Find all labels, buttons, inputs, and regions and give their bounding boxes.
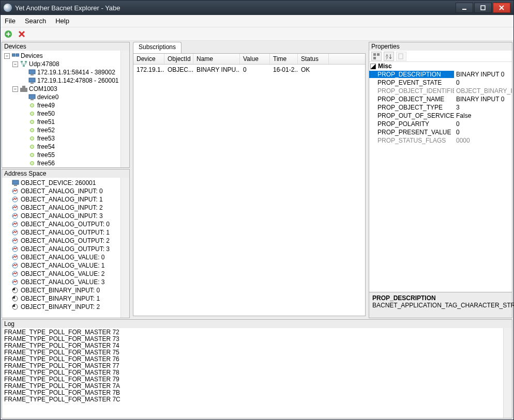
- address-space-item[interactable]: OBJECT_ANALOG_OUTPUT: 2: [3, 237, 119, 245]
- tree-device[interactable]: device0: [3, 93, 119, 101]
- address-space-item[interactable]: OBJECT_ANALOG_INPUT: 1: [3, 195, 119, 204]
- property-row[interactable]: PROP_OUT_OF_SERVICEFalse: [369, 112, 512, 120]
- property-value[interactable]: 0: [454, 120, 512, 128]
- property-value[interactable]: False: [454, 112, 512, 119]
- property-value[interactable]: BINARY INPUT 0: [454, 96, 512, 103]
- property-value[interactable]: 3: [454, 104, 512, 111]
- devices-header: Devices: [2, 42, 129, 51]
- object-icon: [11, 196, 19, 203]
- address-space-item[interactable]: OBJECT_ANALOG_VALUE: 1: [3, 261, 119, 270]
- grid-row[interactable]: 172.19.1... OBJEC... BINARY INPU... 0 16…: [133, 65, 365, 75]
- titlebar[interactable]: Yet Another Bacnet Explorer - Yabe: [1, 1, 513, 15]
- svg-rect-1: [481, 6, 485, 10]
- vertical-scrollbar[interactable]: [503, 328, 512, 418]
- property-row[interactable]: PROP_EVENT_STATE0: [369, 79, 512, 87]
- prop-desc-body: BACNET_APPLICATION_TAG_CHARACTER_STRING: [372, 302, 509, 309]
- app-window: Yet Another Bacnet Explorer - Yabe File …: [0, 0, 514, 420]
- sort-button[interactable]: AZ: [384, 52, 394, 61]
- address-space-item[interactable]: OBJECT_ANALOG_OUTPUT: 3: [3, 245, 119, 253]
- address-space-item[interactable]: OBJECT_BINARY_INPUT: 2: [3, 303, 119, 311]
- col-device[interactable]: Device: [133, 54, 164, 64]
- devices-tree[interactable]: −Devices −Udp:47808 172.19.1.91:58414 - …: [2, 51, 120, 167]
- tree-com[interactable]: −COM1003: [3, 85, 119, 93]
- property-name: PROP_EVENT_STATE: [369, 79, 454, 86]
- tree-device[interactable]: free51: [3, 118, 119, 126]
- collapse-icon[interactable]: −: [4, 53, 10, 59]
- property-row[interactable]: PROP_OBJECT_IDENTIFIEROBJECT_BINARY_I: [369, 87, 512, 95]
- tree-device[interactable]: free50: [3, 110, 119, 118]
- address-space-item[interactable]: OBJECT_ANALOG_VALUE: 0: [3, 253, 119, 261]
- tree-device[interactable]: free52: [3, 126, 119, 134]
- object-icon: [11, 270, 19, 277]
- address-space-item[interactable]: OBJECT_ANALOG_VALUE: 3: [3, 278, 119, 286]
- vertical-scrollbar[interactable]: [120, 51, 129, 167]
- log-body[interactable]: FRAME_TYPE_POLL_FOR_MASTER 72FRAME_TYPE_…: [2, 328, 503, 418]
- property-row[interactable]: PROP_OBJECT_TYPE3: [369, 103, 512, 112]
- property-value[interactable]: 0000: [454, 137, 512, 144]
- address-space-tree[interactable]: OBJECT_DEVICE: 260001OBJECT_ANALOG_INPUT…: [2, 178, 120, 312]
- tree-device[interactable]: free55: [3, 151, 119, 159]
- property-row[interactable]: PROP_DESCRIPTIONBINARY INPUT 0: [369, 70, 512, 79]
- address-space-item[interactable]: OBJECT_ANALOG_INPUT: 2: [3, 204, 119, 212]
- add-button[interactable]: [4, 29, 13, 39]
- property-row[interactable]: PROP_POLARITY0: [369, 120, 512, 128]
- property-row[interactable]: PROP_OBJECT_NAMEBINARY INPUT 0: [369, 95, 512, 103]
- delete-button[interactable]: [17, 29, 26, 39]
- subscriptions-tabs: Subscriptions: [131, 42, 368, 53]
- dot-icon: [28, 118, 36, 126]
- maximize-button[interactable]: [474, 3, 492, 13]
- address-space-item[interactable]: OBJECT_ANALOG_VALUE: 2: [3, 270, 119, 278]
- col-status[interactable]: Status: [298, 54, 329, 64]
- property-grid[interactable]: ◢Misc PROP_DESCRIPTIONBINARY INPUT 0PROP…: [369, 62, 512, 292]
- address-space-item[interactable]: OBJECT_ANALOG_OUTPUT: 0: [3, 220, 119, 228]
- menu-file[interactable]: File: [5, 17, 16, 25]
- address-space-item[interactable]: OBJECT_BINARY_INPUT: 1: [3, 294, 119, 303]
- object-icon: [11, 229, 19, 236]
- svg-rect-17: [31, 83, 34, 84]
- close-button[interactable]: [493, 3, 510, 13]
- property-row[interactable]: PROP_PRESENT_VALUE0: [369, 128, 512, 136]
- property-value[interactable]: OBJECT_BINARY_I: [454, 87, 512, 95]
- tree-device[interactable]: free49: [3, 101, 119, 110]
- property-category[interactable]: ◢Misc: [369, 62, 512, 70]
- property-value[interactable]: 0: [454, 79, 512, 86]
- collapse-icon[interactable]: −: [12, 61, 18, 67]
- address-space-item[interactable]: OBJECT_ANALOG_INPUT: 3: [3, 212, 119, 220]
- toolbar: [1, 27, 513, 41]
- properties-panel: Properties AZ ◢Misc PROP_DESCRIPTIONBINA…: [369, 42, 512, 318]
- tree-device[interactable]: free53: [3, 134, 119, 143]
- monitor-icon: [28, 77, 36, 84]
- object-icon: [11, 212, 19, 220]
- menu-search[interactable]: Search: [25, 17, 46, 25]
- vertical-scrollbar[interactable]: [120, 178, 129, 318]
- subscriptions-grid[interactable]: Device ObjectId Name Value Time Status 1…: [133, 53, 366, 316]
- tree-device[interactable]: 172.19.1.91:58414 - 389002: [3, 68, 119, 76]
- property-value[interactable]: BINARY INPUT 0: [454, 71, 512, 78]
- tab-subscriptions[interactable]: Subscriptions: [133, 42, 182, 53]
- col-time[interactable]: Time: [270, 54, 298, 64]
- object-icon: [11, 262, 19, 269]
- menu-help[interactable]: Help: [55, 17, 69, 25]
- tree-device[interactable]: free56: [3, 159, 119, 167]
- address-space-item[interactable]: OBJECT_BINARY_INPUT: 0: [3, 286, 119, 294]
- collapse-icon[interactable]: −: [12, 86, 18, 92]
- property-value[interactable]: 0: [454, 129, 512, 136]
- col-value[interactable]: Value: [240, 54, 270, 64]
- minimize-button[interactable]: [456, 3, 473, 13]
- address-space-item[interactable]: OBJECT_ANALOG_OUTPUT: 1: [3, 228, 119, 237]
- col-name[interactable]: Name: [193, 54, 240, 64]
- categorize-button[interactable]: [371, 52, 382, 61]
- col-objectid[interactable]: ObjectId: [164, 54, 193, 64]
- tree-root[interactable]: −Devices: [3, 52, 119, 60]
- object-icon: [11, 245, 19, 253]
- address-space-item[interactable]: OBJECT_ANALOG_INPUT: 0: [3, 187, 119, 195]
- window-title: Yet Another Bacnet Explorer - Yabe: [15, 4, 120, 12]
- tree-udp[interactable]: −Udp:47808: [3, 60, 119, 68]
- prop-desc-title: PROP_DESCRIPTION: [372, 294, 509, 302]
- property-row[interactable]: PROP_STATUS_FLAGS0000: [369, 136, 512, 145]
- tree-device[interactable]: 172.19.1.142:47808 - 260001: [3, 76, 119, 85]
- collapse-icon[interactable]: ◢: [370, 64, 376, 69]
- address-space-item[interactable]: OBJECT_DEVICE: 260001: [3, 179, 119, 187]
- monitor-icon: [28, 94, 36, 101]
- tree-device[interactable]: free54: [3, 143, 119, 151]
